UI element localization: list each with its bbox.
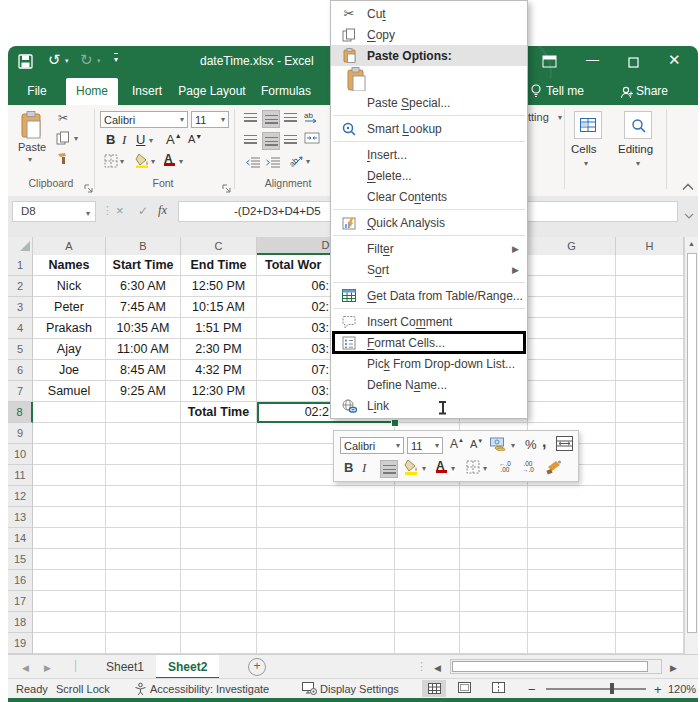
- clipboard-dialog-launcher-icon[interactable]: [84, 179, 93, 197]
- cell-H4[interactable]: [616, 318, 684, 339]
- cell-F15[interactable]: [460, 549, 528, 570]
- mini-fill-dropdown-icon[interactable]: ▾: [422, 464, 426, 473]
- maximize-button[interactable]: [628, 54, 639, 72]
- mini-decrease-font-icon[interactable]: A▼: [470, 438, 483, 450]
- cell-A8[interactable]: [33, 402, 106, 423]
- bold-button[interactable]: B: [106, 132, 115, 147]
- accessibility-icon[interactable]: [134, 682, 147, 697]
- cell-A12[interactable]: [33, 486, 106, 507]
- row-header-7[interactable]: 7: [8, 381, 33, 402]
- cell-H3[interactable]: [616, 297, 684, 318]
- cell-B5[interactable]: 11:00 AM: [106, 339, 181, 360]
- cells-button[interactable]: Cells: [571, 143, 597, 155]
- name-box-dropdown-icon[interactable]: ▾: [86, 209, 90, 218]
- cell-C2[interactable]: 12:50 PM: [181, 276, 257, 297]
- cell-E13[interactable]: [395, 507, 460, 528]
- cell-H12[interactable]: [616, 486, 684, 507]
- cell-C13[interactable]: [181, 507, 257, 528]
- menu-item-delete[interactable]: Delete...: [331, 165, 527, 186]
- cell-G13[interactable]: [528, 507, 616, 528]
- wrap-text-icon[interactable]: ab: [304, 109, 320, 127]
- cell-E15[interactable]: [395, 549, 460, 570]
- cell-D12[interactable]: [257, 486, 395, 507]
- page-break-view-icon[interactable]: [492, 682, 505, 695]
- cell-H13[interactable]: [616, 507, 684, 528]
- insert-function-icon[interactable]: fx: [158, 203, 167, 218]
- cells-icon[interactable]: [574, 111, 602, 139]
- font-size-dropdown-icon[interactable]: ▾: [221, 115, 225, 124]
- paste-button-icon[interactable]: [20, 111, 42, 143]
- tab-insert[interactable]: Insert: [124, 78, 170, 105]
- cell-C11[interactable]: [181, 465, 257, 486]
- cell-G19[interactable]: [528, 633, 616, 654]
- display-settings-icon[interactable]: [302, 682, 317, 697]
- cell-F18[interactable]: [460, 612, 528, 633]
- cell-D14[interactable]: [257, 528, 395, 549]
- mini-size-dropdown-icon[interactable]: ▾: [435, 441, 439, 450]
- cell-H10[interactable]: [616, 444, 684, 465]
- mini-font-color-dropdown-icon[interactable]: ▾: [451, 464, 455, 473]
- cell-B1[interactable]: Start Time: [106, 255, 181, 276]
- cell-H18[interactable]: [616, 612, 684, 633]
- editing-button[interactable]: Editing: [618, 143, 653, 155]
- cell-B16[interactable]: [106, 570, 181, 591]
- cell-F14[interactable]: [460, 528, 528, 549]
- align-left-icon[interactable]: [244, 135, 257, 144]
- cell-E18[interactable]: [395, 612, 460, 633]
- copy-dropdown-icon[interactable]: ▾: [74, 134, 78, 143]
- save-icon[interactable]: [18, 54, 33, 73]
- cell-A5[interactable]: Ajay: [33, 339, 106, 360]
- tell-me[interactable]: Tell me: [546, 78, 584, 105]
- cell-A9[interactable]: [33, 423, 106, 444]
- cell-G3[interactable]: [528, 297, 616, 318]
- cell-C1[interactable]: End Time: [181, 255, 257, 276]
- name-box[interactable]: D8 ▾: [12, 201, 96, 222]
- cell-C10[interactable]: [181, 444, 257, 465]
- cut-icon[interactable]: ✂: [58, 111, 68, 125]
- cell-G17[interactable]: [528, 591, 616, 612]
- cell-H2[interactable]: [616, 276, 684, 297]
- font-size-combo[interactable]: 11▾: [191, 111, 229, 128]
- cell-A19[interactable]: [33, 633, 106, 654]
- ribbon-display-options-icon[interactable]: [542, 54, 557, 72]
- cell-A14[interactable]: [33, 528, 106, 549]
- cell-B12[interactable]: [106, 486, 181, 507]
- comma-style-icon[interactable]: ,: [542, 433, 546, 451]
- cell-C18[interactable]: [181, 612, 257, 633]
- align-middle-icon[interactable]: [262, 110, 280, 128]
- vertical-scrollbar[interactable]: ▲: [684, 237, 698, 654]
- cell-B11[interactable]: [106, 465, 181, 486]
- cell-A15[interactable]: [33, 549, 106, 570]
- close-button[interactable]: ✕: [668, 51, 681, 69]
- row-header-3[interactable]: 3: [8, 297, 33, 318]
- cell-A2[interactable]: Nick: [33, 276, 106, 297]
- borders-icon[interactable]: [104, 154, 118, 172]
- splitter-handle-icon[interactable]: ⋮: [416, 660, 427, 673]
- cell-G2[interactable]: [528, 276, 616, 297]
- cell-B19[interactable]: [106, 633, 181, 654]
- vertical-scroll-thumb[interactable]: [687, 253, 697, 633]
- undo-icon[interactable]: ↺: [48, 51, 61, 69]
- cell-H8[interactable]: [616, 402, 684, 423]
- column-header-A[interactable]: A: [33, 237, 106, 255]
- fill-color-dropdown-icon[interactable]: ▾: [151, 157, 155, 166]
- cell-E16[interactable]: [395, 570, 460, 591]
- menu-item-sort[interactable]: Sort▶: [331, 259, 527, 280]
- cell-B13[interactable]: [106, 507, 181, 528]
- cell-H5[interactable]: [616, 339, 684, 360]
- orientation-icon[interactable]: ab: [290, 153, 304, 171]
- italic-button[interactable]: I: [122, 132, 126, 148]
- cell-H11[interactable]: [616, 465, 684, 486]
- row-header-17[interactable]: 17: [8, 591, 33, 612]
- cell-C17[interactable]: [181, 591, 257, 612]
- row-header-4[interactable]: 4: [8, 318, 33, 339]
- menu-item-link[interactable]: Link: [331, 395, 527, 416]
- add-sheet-icon[interactable]: +: [248, 658, 266, 676]
- cell-H14[interactable]: [616, 528, 684, 549]
- zoom-slider-thumb[interactable]: [610, 683, 614, 694]
- undo-dropdown-icon[interactable]: ▾: [65, 57, 69, 65]
- zoom-level[interactable]: 120%: [668, 683, 696, 695]
- mini-font-color-icon[interactable]: A: [436, 459, 447, 473]
- row-header-1[interactable]: 1: [8, 255, 33, 276]
- cell-H7[interactable]: [616, 381, 684, 402]
